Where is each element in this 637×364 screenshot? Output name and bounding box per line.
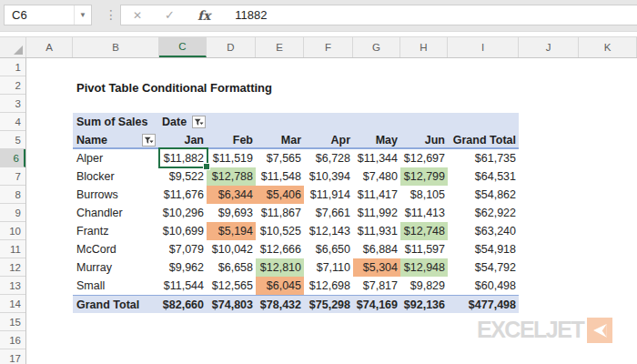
grand-total-value-cell[interactable]: $92,136 [400,296,448,314]
value-cell[interactable]: $11,344 [353,149,400,167]
value-cell[interactable]: $54,862 [448,186,519,204]
value-cell[interactable]: $10,699 [159,222,207,240]
row-header-5[interactable]: 5 [0,131,25,149]
insert-function-icon[interactable]: fx [197,8,210,23]
value-cell[interactable]: $11,931 [353,222,400,240]
value-cell[interactable]: $61,735 [448,149,519,167]
value-cell[interactable]: $6,728 [304,149,353,167]
grand-total-value-cell[interactable]: $74,803 [207,296,256,314]
value-cell[interactable]: $5,304 [353,258,400,277]
value-cell[interactable]: $8,105 [400,186,448,204]
value-cell[interactable]: $9,693 [207,204,256,222]
value-cell[interactable]: $11,597 [400,240,448,258]
row-header-13[interactable]: 13 [0,277,25,295]
select-all-corner[interactable] [0,37,26,57]
row-label-cell[interactable]: Alper [73,149,159,167]
value-cell[interactable]: $12,948 [400,258,448,277]
value-cell[interactable]: $63,240 [448,222,519,240]
grand-total-value-cell[interactable]: $477,498 [448,296,519,314]
value-cell[interactable]: $10,525 [256,222,304,240]
value-cell[interactable]: $9,962 [159,258,207,277]
value-cell[interactable]: $10,042 [207,240,256,258]
value-cell[interactable]: $9,829 [400,277,448,295]
column-header-C[interactable]: C [159,37,207,57]
value-cell[interactable]: $60,498 [448,277,519,295]
month-header-Mar[interactable]: Mar [256,131,304,149]
month-header-Feb[interactable]: Feb [207,131,256,149]
row-header-17[interactable]: 17 [0,349,25,364]
value-cell[interactable]: $11,676 [159,186,207,204]
value-cell[interactable]: $7,480 [353,167,400,186]
sum-of-sales-cell[interactable]: Sum of Sales [73,113,159,131]
value-cell[interactable]: $12,810 [256,258,304,277]
value-cell[interactable]: $11,417 [353,186,400,204]
value-cell[interactable]: $6,658 [207,258,256,277]
column-header-E[interactable]: E [256,37,304,57]
value-cell[interactable]: $54,792 [448,258,519,277]
value-cell[interactable]: $7,661 [304,204,353,222]
value-cell[interactable]: $6,045 [256,277,304,295]
value-cell[interactable]: $7,110 [304,258,353,277]
value-cell[interactable]: $11,992 [353,204,400,222]
date-filter-button[interactable] [192,116,206,128]
confirm-icon[interactable]: ✓ [165,8,175,22]
row-header-2[interactable]: 2 [0,76,25,95]
name-box-caret-icon[interactable]: ▼ [75,11,91,19]
value-cell[interactable]: $11,519 [207,149,256,167]
row-label-cell[interactable]: McCord [73,240,159,258]
value-cell[interactable]: $12,143 [304,222,353,240]
month-header-Apr[interactable]: Apr [304,131,353,149]
column-header-J[interactable]: J [519,37,579,57]
column-header-G[interactable]: G [353,37,400,57]
row-header-14[interactable]: 14 [0,295,25,313]
grand-total-label-cell[interactable]: Grand Total [73,296,159,314]
row-header-6[interactable]: 6 [0,149,25,167]
grand-total-column-header[interactable]: Grand Total [448,131,519,149]
grand-total-value-cell[interactable]: $82,660 [159,296,207,314]
column-header-H[interactable]: H [400,37,448,57]
value-cell[interactable]: $64,531 [448,167,519,186]
value-cell[interactable]: $7,565 [256,149,304,167]
value-cell[interactable]: $54,918 [448,240,519,258]
row-label-cell[interactable]: Burrows [73,186,159,204]
row-header-4[interactable]: 4 [0,113,25,131]
column-header-B[interactable]: B [73,37,159,57]
value-cell[interactable]: $11,548 [256,167,304,186]
cancel-icon[interactable]: ✕ [133,9,142,22]
grand-total-value-cell[interactable]: $75,298 [304,296,353,314]
formula-bar-handle[interactable]: ⋮ [105,6,117,23]
row-label-cell[interactable]: Murray [73,258,159,277]
value-cell[interactable]: $12,799 [400,167,448,186]
value-cell[interactable]: $6,344 [207,186,256,204]
row-header-8[interactable]: 8 [0,186,25,204]
value-cell[interactable]: $11,544 [159,277,207,295]
value-cell[interactable]: $7,817 [353,277,400,295]
column-header-I[interactable]: I [448,37,519,57]
name-field-cell[interactable]: Name [73,131,159,149]
value-cell[interactable]: $62,922 [448,204,519,222]
row-header-12[interactable]: 12 [0,258,25,277]
column-header-F[interactable]: F [304,37,353,57]
value-cell[interactable]: $11,413 [400,204,448,222]
row-label-cell[interactable]: Frantz [73,222,159,240]
month-header-Jun[interactable]: Jun [400,131,448,149]
month-header-May[interactable]: May [353,131,400,149]
column-header-K[interactable]: K [579,37,637,57]
row-header-11[interactable]: 11 [0,240,25,258]
value-cell[interactable]: $5,406 [256,186,304,204]
value-cell[interactable]: $11,914 [304,186,353,204]
value-cell[interactable]: $5,194 [207,222,256,240]
value-cell[interactable]: $12,698 [304,277,353,295]
name-box[interactable]: C6 ▼ [4,5,92,25]
value-cell[interactable]: $9,522 [159,167,207,186]
value-cell[interactable]: $10,394 [304,167,353,186]
column-header-D[interactable]: D [207,37,256,57]
grand-total-value-cell[interactable]: $78,432 [256,296,304,314]
row-label-cell[interactable]: Chandler [73,204,159,222]
row-label-cell[interactable]: Blocker [73,167,159,186]
value-cell[interactable]: $6,884 [353,240,400,258]
column-header-A[interactable]: A [26,37,73,57]
value-cell[interactable]: $12,697 [400,149,448,167]
value-cell[interactable]: $12,788 [207,167,256,186]
row-header-9[interactable]: 9 [0,204,25,222]
